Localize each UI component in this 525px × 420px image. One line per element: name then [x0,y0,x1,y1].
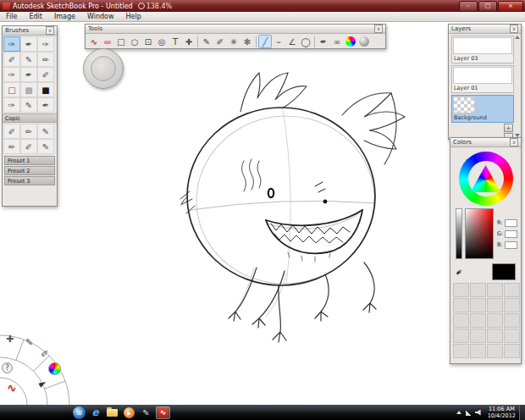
network-icon[interactable] [466,410,472,416]
green-value-field[interactable] [505,230,517,238]
red-value-field[interactable] [505,219,517,227]
lagoon-brush-icon[interactable]: ✎ [25,337,33,348]
sketchbook-taskbar-icon[interactable]: ∿ [156,406,170,419]
brush-sets-icon[interactable]: ∞ [330,35,344,48]
brush-swatch[interactable]: ✐ [37,67,54,82]
brush-swatch[interactable]: ✑ [3,97,20,113]
tools-panel-titlebar[interactable]: Tools x [86,25,385,34]
text-tool-icon[interactable]: T [169,35,182,48]
minimize-button[interactable]: – [459,1,478,12]
saturation-square[interactable] [465,208,494,259]
brush-swatch[interactable]: ✑ [3,67,20,82]
brush-swatch[interactable]: ✐ [3,52,20,67]
menu-window[interactable]: Window [81,12,120,22]
brush-swatch[interactable]: ✒ [20,67,37,82]
brush-swatch[interactable]: ✎ [20,97,37,113]
color-swatch[interactable] [470,313,486,328]
copic-brush-swatch[interactable]: ✎ [37,124,54,139]
copic-brush-swatch[interactable]: ✎ [37,139,54,154]
brush-swatch[interactable]: □ [3,82,20,97]
color-swatch[interactable] [470,298,486,312]
color-swatch[interactable] [504,344,520,358]
brush-swatch[interactable]: ✒ [20,36,37,52]
color-swatch[interactable] [504,329,520,343]
move-tool-icon[interactable]: ✚ [182,35,196,48]
zoom-tool-icon[interactable]: ◎ [155,35,169,48]
color-swatch[interactable] [453,329,469,343]
ie-taskbar-icon[interactable]: e [88,406,102,419]
fill-tool-icon[interactable]: ✒ [317,35,330,48]
color-swatch[interactable] [470,344,486,358]
tools-close-icon[interactable]: x [374,25,383,33]
color-swatch[interactable] [504,298,520,312]
preset-1-button[interactable]: Preset 1 [4,156,55,165]
color-swatch[interactable] [504,313,520,328]
ellipse-tool-icon[interactable]: ◯ [299,35,312,48]
crop-tool-icon[interactable]: ⊡ [141,35,155,48]
corner-lagoon[interactable]: ✚ ✎ ✐ ? ∿ ► [0,329,78,405]
brush-swatch[interactable]: ■ [37,82,54,97]
pencil-tool-icon[interactable]: ✎ [200,35,213,48]
color-swatch[interactable] [504,283,520,297]
copic-brush-swatch[interactable]: ✏ [20,124,37,139]
polyline-tool-icon[interactable]: ∠ [285,35,299,48]
scroll-up-icon[interactable] [515,36,520,39]
explorer-taskbar-icon[interactable] [105,406,119,419]
menu-file[interactable]: File [0,12,23,22]
airbrush-tool-icon[interactable]: ✐ [213,35,227,48]
show-desktop-button[interactable] [519,405,525,420]
color-swatch[interactable] [470,283,486,297]
preset-3-button[interactable]: Preset 3 [4,176,55,185]
add-layer-button[interactable]: + [504,124,513,132]
blue-value-field[interactable] [505,241,517,249]
transform-icon[interactable]: ✚ [6,334,14,345]
copic-section-header[interactable]: Copic [3,113,57,123]
menu-help[interactable]: Help [120,12,147,22]
brush-swatch[interactable]: ▩ [20,82,37,97]
brushes-panel-titlebar[interactable]: Brushes x [3,26,57,36]
media-player-taskbar-icon[interactable]: ▶ [122,406,136,419]
start-button[interactable]: ⊞ [73,406,86,419]
color-wheel[interactable] [459,152,513,206]
brush-swatch[interactable]: ✑ [3,36,20,52]
brush-swatch[interactable]: ✏ [37,52,54,67]
eyedropper-icon[interactable]: ✒ [453,265,466,279]
eraser-tool-icon[interactable]: ▬ [101,35,114,48]
preset-2-button[interactable]: Preset 2 [4,166,55,175]
copic-brush-swatch[interactable]: ✏ [3,139,20,154]
color-swatch[interactable] [487,344,503,358]
color-swatch[interactable] [453,298,469,312]
current-color-swatch[interactable] [492,263,516,280]
value-slider[interactable] [456,208,462,259]
colors-close-icon[interactable]: x [510,138,518,146]
drawing-canvas[interactable] [0,22,525,405]
sphere-icon[interactable] [359,36,369,47]
color-swatch[interactable] [487,313,503,328]
paint-taskbar-icon[interactable]: ✎ [139,406,153,419]
symmetry-x-tool-icon[interactable]: ✳ [227,35,240,48]
layer-row-layer03[interactable]: Layer 03 [451,36,514,64]
symmetry-y-tool-icon[interactable]: ✻ [240,35,254,48]
layers-close-icon[interactable]: x [510,25,518,33]
brush-swatch[interactable]: ✎ [20,52,37,67]
layers-scrollbar[interactable] [514,35,520,138]
close-button[interactable]: × [498,1,523,12]
maximize-button[interactable]: □ [478,1,497,12]
colors-panel-titlebar[interactable]: Colors x [450,138,521,147]
color-swatch[interactable] [470,329,486,343]
brush-puck[interactable] [83,48,124,89]
color-swatch[interactable] [487,298,503,312]
layers-panel-titlebar[interactable]: Layers x [449,25,521,34]
brush-swatch[interactable]: ✑ [37,36,54,52]
brushes-close-icon[interactable]: x [46,26,54,35]
curve-tool-icon[interactable]: ⌣ [272,35,285,48]
window-titlebar[interactable]: Autodesk SketchBook Pro - Untitled 138.4… [0,0,525,12]
layer-row-background[interactable]: Background [451,95,514,123]
color-puck-icon[interactable] [48,362,61,375]
help-icon[interactable]: ? [2,362,13,373]
volume-icon[interactable] [475,410,481,416]
color-swatch[interactable] [453,344,469,358]
layer-row-layer01[interactable]: Layer 01 [451,65,514,93]
brush-tool-icon[interactable]: ∿ [87,35,101,48]
lagoon-pick-icon[interactable]: ✐ [41,349,48,360]
